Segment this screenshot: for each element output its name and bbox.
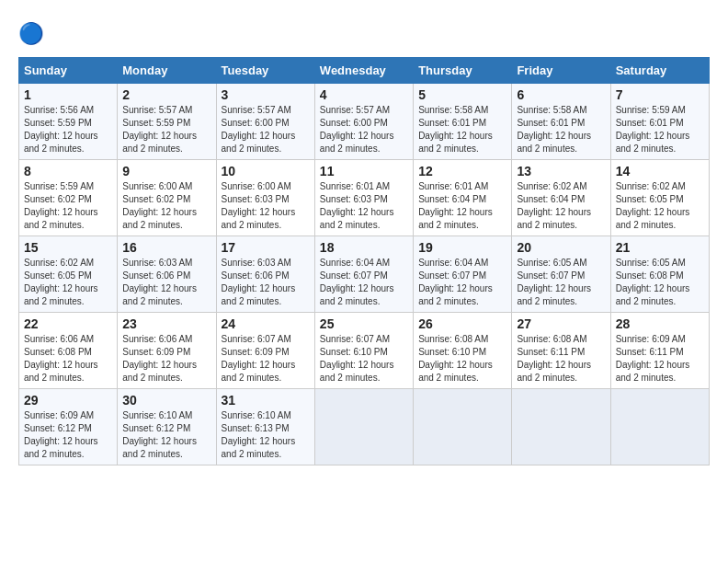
daylight-label: Daylight: 12 hours and 2 minutes. — [517, 131, 591, 154]
daylight-label: Daylight: 12 hours and 2 minutes. — [24, 360, 98, 383]
sunrise-label: Sunrise: 6:00 AM — [122, 181, 192, 191]
daylight-label: Daylight: 12 hours and 2 minutes. — [122, 360, 197, 383]
sunset-label: Sunset: 6:12 PM — [122, 423, 190, 433]
day-number: 20 — [517, 240, 605, 255]
day-number: 26 — [418, 316, 506, 331]
day-number: 10 — [222, 164, 310, 178]
daylight-label: Daylight: 12 hours and 2 minutes. — [24, 436, 98, 459]
day-info: Sunrise: 6:07 AM Sunset: 6:10 PM Dayligh… — [320, 333, 408, 385]
day-number: 31 — [222, 393, 310, 408]
sunrise-label: Sunrise: 6:09 AM — [616, 334, 686, 344]
sunset-label: Sunset: 6:11 PM — [616, 347, 684, 357]
calendar-cell: 21 Sunrise: 6:05 AM Sunset: 6:08 PM Dayl… — [610, 236, 709, 313]
sunrise-label: Sunrise: 6:00 AM — [222, 181, 291, 191]
calendar-week-row: 1 Sunrise: 5:56 AM Sunset: 5:59 PM Dayli… — [19, 84, 710, 160]
calendar-cell: 8 Sunrise: 5:59 AM Sunset: 6:02 PM Dayli… — [19, 160, 118, 236]
day-info: Sunrise: 5:56 AM Sunset: 5:59 PM Dayligh… — [24, 104, 112, 155]
day-number: 30 — [122, 393, 210, 408]
sunset-label: Sunset: 6:03 PM — [222, 194, 290, 204]
sunset-label: Sunset: 6:11 PM — [517, 347, 585, 357]
logo-icon: 🔵 — [18, 18, 48, 48]
day-info: Sunrise: 6:06 AM Sunset: 6:08 PM Dayligh… — [24, 333, 112, 385]
daylight-label: Daylight: 12 hours and 2 minutes. — [418, 207, 493, 230]
weekday-header-tuesday: Tuesday — [216, 58, 314, 84]
sunset-label: Sunset: 5:59 PM — [122, 118, 190, 128]
calendar-cell: 27 Sunrise: 6:08 AM Sunset: 6:11 PM Dayl… — [512, 313, 610, 389]
sunrise-label: Sunrise: 6:09 AM — [24, 410, 94, 420]
day-info: Sunrise: 6:08 AM Sunset: 6:11 PM Dayligh… — [517, 333, 605, 385]
day-number: 17 — [222, 240, 310, 255]
day-number: 12 — [418, 164, 506, 178]
sunset-label: Sunset: 5:59 PM — [24, 118, 92, 128]
sunrise-label: Sunrise: 6:04 AM — [320, 258, 390, 268]
daylight-label: Daylight: 12 hours and 2 minutes. — [616, 283, 690, 306]
sunset-label: Sunset: 6:05 PM — [616, 194, 684, 204]
sunset-label: Sunset: 6:06 PM — [222, 270, 290, 281]
day-info: Sunrise: 5:58 AM Sunset: 6:01 PM Dayligh… — [517, 104, 605, 155]
sunset-label: Sunset: 6:09 PM — [122, 347, 190, 357]
daylight-label: Daylight: 12 hours and 2 minutes. — [320, 207, 394, 230]
calendar-cell: 25 Sunrise: 6:07 AM Sunset: 6:10 PM Dayl… — [314, 313, 413, 389]
sunset-label: Sunset: 6:10 PM — [320, 347, 388, 357]
day-number: 29 — [24, 393, 112, 408]
day-number: 2 — [122, 87, 210, 102]
day-info: Sunrise: 6:01 AM Sunset: 6:03 PM Dayligh… — [320, 180, 408, 232]
sunrise-label: Sunrise: 6:10 AM — [122, 410, 192, 420]
sunset-label: Sunset: 6:07 PM — [517, 270, 585, 281]
day-info: Sunrise: 6:03 AM Sunset: 6:06 PM Dayligh… — [222, 257, 310, 308]
calendar-cell: 26 Sunrise: 6:08 AM Sunset: 6:10 PM Dayl… — [414, 313, 512, 389]
calendar-cell: 1 Sunrise: 5:56 AM Sunset: 5:59 PM Dayli… — [19, 84, 118, 160]
day-info: Sunrise: 6:06 AM Sunset: 6:09 PM Dayligh… — [122, 333, 210, 385]
day-info: Sunrise: 6:09 AM Sunset: 6:11 PM Dayligh… — [616, 333, 704, 385]
daylight-label: Daylight: 12 hours and 2 minutes. — [222, 283, 296, 306]
sunset-label: Sunset: 6:00 PM — [320, 118, 388, 128]
daylight-label: Daylight: 12 hours and 2 minutes. — [122, 436, 197, 459]
sunrise-label: Sunrise: 6:07 AM — [320, 334, 390, 344]
calendar-cell — [512, 389, 610, 465]
sunset-label: Sunset: 6:07 PM — [418, 270, 486, 281]
page-header: 🔵 — [18, 18, 710, 48]
day-info: Sunrise: 6:01 AM Sunset: 6:04 PM Dayligh… — [418, 180, 506, 232]
sunset-label: Sunset: 6:01 PM — [517, 118, 585, 128]
sunrise-label: Sunrise: 5:59 AM — [24, 181, 94, 191]
calendar-cell: 29 Sunrise: 6:09 AM Sunset: 6:12 PM Dayl… — [19, 389, 118, 465]
day-info: Sunrise: 5:57 AM Sunset: 5:59 PM Dayligh… — [122, 104, 210, 155]
calendar-cell: 20 Sunrise: 6:05 AM Sunset: 6:07 PM Dayl… — [512, 236, 610, 313]
sunset-label: Sunset: 6:01 PM — [616, 118, 684, 128]
sunrise-label: Sunrise: 6:03 AM — [122, 258, 192, 268]
calendar-cell: 15 Sunrise: 6:02 AM Sunset: 6:05 PM Dayl… — [19, 236, 118, 313]
sunrise-label: Sunrise: 6:02 AM — [24, 258, 94, 268]
sunset-label: Sunset: 6:05 PM — [24, 270, 92, 281]
calendar-week-row: 22 Sunrise: 6:06 AM Sunset: 6:08 PM Dayl… — [19, 313, 710, 389]
day-number: 3 — [222, 87, 310, 102]
day-info: Sunrise: 6:02 AM Sunset: 6:05 PM Dayligh… — [616, 180, 704, 232]
calendar-week-row: 29 Sunrise: 6:09 AM Sunset: 6:12 PM Dayl… — [19, 389, 710, 465]
sunrise-label: Sunrise: 6:01 AM — [320, 181, 390, 191]
sunset-label: Sunset: 6:07 PM — [320, 270, 388, 281]
sunrise-label: Sunrise: 6:01 AM — [418, 181, 488, 191]
calendar-cell: 19 Sunrise: 6:04 AM Sunset: 6:07 PM Dayl… — [414, 236, 512, 313]
day-info: Sunrise: 6:02 AM Sunset: 6:05 PM Dayligh… — [24, 257, 112, 308]
day-info: Sunrise: 6:04 AM Sunset: 6:07 PM Dayligh… — [320, 257, 408, 308]
calendar-cell: 23 Sunrise: 6:06 AM Sunset: 6:09 PM Dayl… — [118, 313, 216, 389]
day-number: 24 — [222, 316, 310, 331]
sunset-label: Sunset: 6:08 PM — [24, 347, 92, 357]
sunrise-label: Sunrise: 6:02 AM — [616, 181, 686, 191]
sunrise-label: Sunrise: 6:04 AM — [418, 258, 488, 268]
sunrise-label: Sunrise: 6:02 AM — [517, 181, 586, 191]
day-info: Sunrise: 5:59 AM Sunset: 6:02 PM Dayligh… — [24, 180, 112, 232]
day-info: Sunrise: 6:10 AM Sunset: 6:12 PM Dayligh… — [122, 409, 210, 461]
calendar-cell: 30 Sunrise: 6:10 AM Sunset: 6:12 PM Dayl… — [118, 389, 216, 465]
daylight-label: Daylight: 12 hours and 2 minutes. — [24, 207, 98, 230]
day-number: 8 — [24, 164, 112, 178]
sunrise-label: Sunrise: 5:57 AM — [122, 105, 192, 115]
weekday-header-friday: Friday — [512, 58, 610, 84]
weekday-header-sunday: Sunday — [19, 58, 118, 84]
daylight-label: Daylight: 12 hours and 2 minutes. — [320, 360, 394, 383]
daylight-label: Daylight: 12 hours and 2 minutes. — [222, 207, 296, 230]
sunset-label: Sunset: 6:12 PM — [24, 423, 92, 433]
sunrise-label: Sunrise: 6:05 AM — [517, 258, 586, 268]
daylight-label: Daylight: 12 hours and 2 minutes. — [222, 436, 296, 459]
daylight-label: Daylight: 12 hours and 2 minutes. — [24, 283, 98, 306]
logo: 🔵 — [18, 18, 51, 48]
